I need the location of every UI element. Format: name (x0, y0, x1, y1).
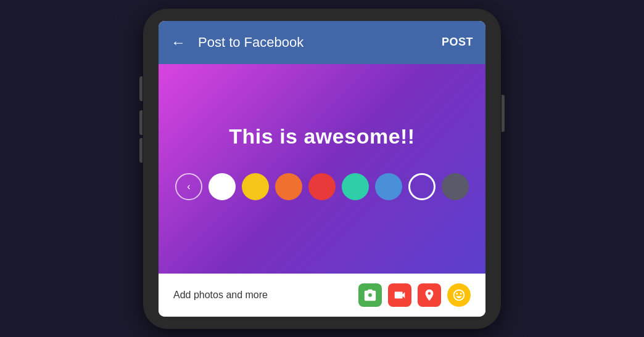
post-text: This is awesome!! (229, 124, 415, 148)
video-button[interactable] (388, 283, 411, 307)
camera-icon (363, 288, 377, 302)
header-title: Post to Facebook (198, 35, 303, 51)
add-photos-label: Add photos and more (173, 290, 268, 301)
content-area: This is awesome!! ‹ (159, 64, 485, 274)
color-red[interactable] (308, 173, 336, 200)
post-button[interactable]: POST (442, 36, 473, 49)
color-teal[interactable] (342, 173, 369, 200)
color-selected-ring[interactable] (408, 173, 436, 200)
video-icon (393, 288, 407, 302)
bottom-bar: Add photos and more (159, 274, 485, 317)
bottom-icons (358, 283, 471, 307)
emoji-icon (452, 288, 466, 302)
location-icon (423, 288, 436, 302)
chevron-left-icon: ‹ (187, 181, 190, 192)
color-dark-gray[interactable] (442, 173, 469, 200)
back-button[interactable]: ← (171, 34, 186, 51)
camera-button[interactable] (358, 283, 382, 307)
color-nav-left[interactable]: ‹ (175, 173, 202, 200)
color-orange[interactable] (275, 173, 302, 200)
emoji-button[interactable] (447, 283, 471, 307)
location-button[interactable] (418, 283, 441, 307)
color-yellow[interactable] (242, 173, 269, 200)
color-white[interactable] (208, 173, 236, 200)
phone-screen: ← Post to Facebook POST This is awesome!… (159, 21, 485, 317)
header-left: ← Post to Facebook (171, 34, 303, 51)
app-header: ← Post to Facebook POST (159, 21, 485, 64)
phone-device: ← Post to Facebook POST This is awesome!… (143, 9, 501, 329)
color-picker: ‹ (163, 173, 481, 200)
color-blue[interactable] (375, 173, 402, 200)
